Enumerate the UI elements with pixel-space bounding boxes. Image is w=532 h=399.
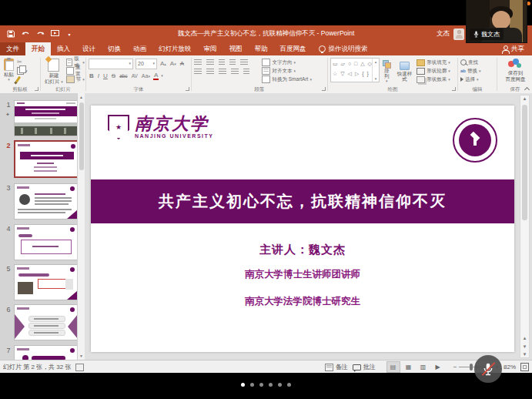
shapes-scrollbar[interactable]: ▴▾ [372, 59, 379, 82]
account-name[interactable]: 文杰 [437, 29, 450, 39]
shape-effects-button[interactable]: 形状效果▾ [417, 75, 456, 83]
zoom-out-button[interactable]: − [453, 364, 457, 370]
format-painter-button[interactable] [17, 75, 28, 83]
notes-toggle[interactable]: 备注 [325, 363, 348, 371]
numbering-icon[interactable] [206, 59, 214, 65]
section-button[interactable]: 节▾ [66, 75, 85, 83]
save-icon[interactable] [6, 29, 15, 39]
webcam-overlay[interactable]: 魏文杰 [467, 0, 527, 42]
fit-to-window-button[interactable] [520, 363, 529, 371]
reading-view-button[interactable]: ▥ [417, 362, 430, 372]
paste-button[interactable]: 粘贴▾ [2, 58, 15, 85]
slide-thumbnail-1[interactable] [14, 100, 79, 136]
tab-review[interactable]: 审阅 [198, 42, 223, 55]
underline-button[interactable]: U [102, 72, 109, 79]
shape-fill-button[interactable]: 形状填充▾ [417, 59, 456, 66]
find-button[interactable]: 查找 [460, 59, 495, 66]
zoom-level[interactable]: 82% [504, 364, 516, 370]
tab-transitions[interactable]: 切换 [102, 42, 127, 55]
tell-me-search[interactable]: 操作说明搜索 [313, 42, 374, 55]
page-dot[interactable] [259, 383, 263, 387]
font-dialog-launcher[interactable] [186, 87, 189, 91]
shadow-button[interactable]: abc [119, 73, 128, 79]
text-direction-button[interactable]: 文字方向▾ [262, 59, 326, 66]
align-text-button[interactable]: 对齐文本▾ [262, 67, 326, 75]
page-dot[interactable] [250, 383, 254, 387]
align-center-icon[interactable] [206, 69, 214, 75]
scroll-up-icon[interactable]: ▲ [78, 95, 85, 99]
scroll-down-icon[interactable]: ▼ [520, 352, 529, 357]
change-case-button[interactable]: Aa▾ [141, 73, 151, 79]
slide-thumbnail-2-selected[interactable] [14, 140, 80, 178]
scrollbar-thumb[interactable] [79, 102, 84, 170]
comments-toggle[interactable]: 批注 [353, 363, 376, 371]
share-button[interactable]: 共享 [494, 42, 532, 55]
page-dot[interactable] [269, 383, 273, 387]
character-spacing-button[interactable]: AV [131, 73, 139, 79]
font-color-button[interactable]: A [153, 72, 159, 80]
tab-design[interactable]: 设计 [76, 42, 102, 55]
tab-animations[interactable]: 动画 [127, 42, 152, 55]
font-size-combo[interactable]: 20▾ [136, 59, 157, 69]
bullets-icon[interactable] [194, 59, 202, 65]
slide-thumbnail-3[interactable] [14, 183, 79, 220]
slide-sorter-view-button[interactable]: ▦ [403, 362, 415, 372]
clear-formatting-button[interactable]: A [179, 60, 185, 67]
new-slide-button[interactable]: 新建 幻灯片 ▾ [43, 58, 65, 85]
start-slideshow-icon[interactable] [50, 29, 59, 39]
shape-outline-button[interactable]: 形状轮廓▾ [417, 67, 456, 75]
grow-font-button[interactable]: A▴ [159, 60, 167, 67]
normal-view-button[interactable]: ▤ [386, 361, 400, 373]
strikethrough-button[interactable]: S [111, 72, 116, 79]
convert-smartart-button[interactable]: 转换为 SmartArt▾ [262, 75, 326, 83]
tab-baidu-netdisk[interactable]: 百度网盘 [274, 42, 313, 55]
bold-button[interactable]: B [89, 72, 95, 79]
tab-home[interactable]: 开始 [25, 42, 51, 55]
columns-icon[interactable] [243, 69, 249, 75]
page-dot-active[interactable] [241, 383, 245, 387]
decrease-indent-icon[interactable] [219, 59, 225, 65]
font-name-combo[interactable]: ▾ [89, 59, 133, 69]
customize-qat-icon[interactable]: ▾ [65, 29, 74, 39]
previous-slide-icon[interactable]: ▲ [520, 336, 529, 340]
save-to-baidu-pan-button[interactable]: 保存到 百度网盘 [504, 58, 527, 85]
redo-icon[interactable] [35, 29, 45, 39]
comments-indicator-icon[interactable] [75, 364, 84, 371]
shrink-font-button[interactable]: A▾ [169, 60, 177, 67]
tab-help[interactable]: 帮助 [249, 42, 274, 55]
tab-view[interactable]: 视图 [223, 42, 249, 55]
slideshow-view-button[interactable]: ▶ [432, 362, 444, 372]
align-left-icon[interactable] [194, 69, 202, 75]
paragraph-dialog-launcher[interactable] [322, 87, 326, 91]
slide-thumbnail-6[interactable] [14, 304, 79, 340]
quick-styles-button[interactable]: 快速样式 [394, 58, 415, 85]
mute-button[interactable] [474, 355, 502, 383]
tab-file[interactable]: 文件 [0, 42, 25, 55]
line-spacing-icon[interactable] [240, 59, 248, 65]
zoom-slider-handle[interactable] [470, 364, 473, 370]
scroll-up-icon[interactable]: ▲ [520, 96, 529, 101]
account-avatar[interactable] [453, 28, 464, 40]
font-color-caret[interactable]: ▾ [161, 74, 163, 78]
align-right-icon[interactable] [219, 69, 226, 75]
thumbnail-scrollbar[interactable]: ▲ ▼ [77, 93, 85, 360]
clipboard-dialog-launcher[interactable] [35, 87, 38, 91]
undo-icon[interactable] [21, 29, 30, 39]
increase-indent-icon[interactable] [229, 59, 236, 65]
canvas-scrollbar[interactable]: ▲ ▲ ▼ ▼ [520, 95, 530, 358]
scroll-down-icon[interactable]: ▼ [78, 354, 85, 358]
justify-icon[interactable] [231, 69, 239, 75]
page-dot[interactable] [287, 383, 291, 387]
arrange-button[interactable]: 排列▾ [381, 58, 393, 85]
next-slide-icon[interactable]: ▼ [520, 344, 529, 349]
copy-button[interactable]: ▾ [17, 67, 28, 75]
current-slide[interactable]: ★ 南京大学 NANJING UNIVERSITY 共产主义初心不忘，抗联精神信… [91, 106, 514, 352]
reset-button[interactable]: 重置 [66, 67, 85, 75]
page-dot[interactable] [278, 383, 282, 387]
italic-button[interactable]: I [97, 72, 100, 79]
replace-button[interactable]: ab替换▾ [460, 67, 495, 75]
select-button[interactable]: 选择▾ [460, 75, 495, 83]
tab-slideshow[interactable]: 幻灯片放映 [152, 42, 198, 55]
slide-thumbnail-5[interactable] [14, 264, 79, 300]
slide-thumbnail-7[interactable] [14, 345, 79, 360]
